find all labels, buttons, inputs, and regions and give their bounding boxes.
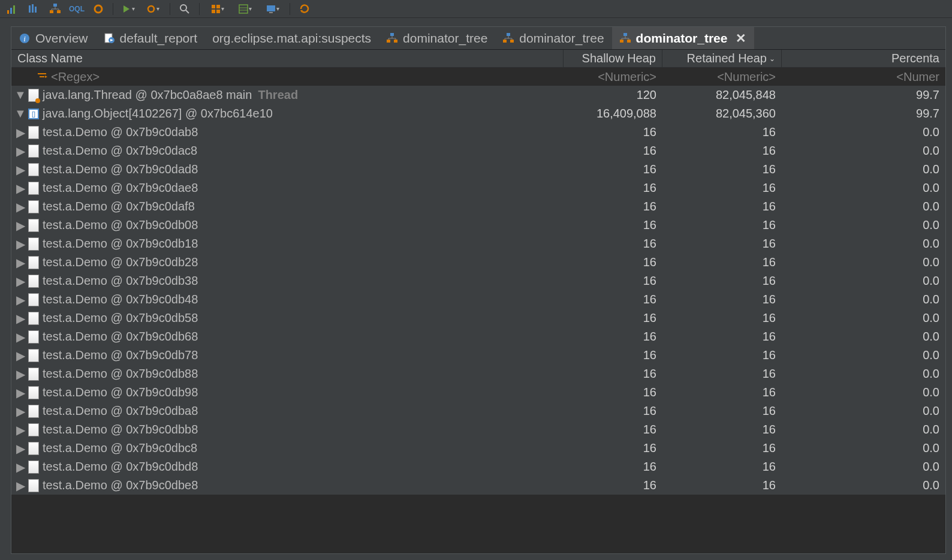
expander-icon[interactable]: ▶ xyxy=(16,426,25,434)
array-icon: [] xyxy=(28,109,39,119)
tab-org-eclipse-mat-api-suspects[interactable]: org.eclipse.mat.api:suspects xyxy=(205,27,379,49)
table-row[interactable]: ▶test.a.Demo @ 0x7b9c0dad816160.0 xyxy=(11,160,945,179)
row-percent: 99.7 xyxy=(782,107,945,121)
column-class-name[interactable]: Class Name xyxy=(11,50,564,67)
column-retained-heap[interactable]: Retained Heap⌄ xyxy=(662,50,782,67)
row-shallow: 16 xyxy=(564,125,662,139)
column-percentage[interactable]: Percenta xyxy=(782,50,945,67)
svg-marker-15 xyxy=(123,5,129,13)
filter-percent[interactable]: <Numer xyxy=(782,68,945,86)
row-name: test.a.Demo @ 0x7b9c0dab8 xyxy=(43,125,198,139)
expander-icon[interactable]: ▶ xyxy=(16,221,25,230)
row-name: test.a.Demo @ 0x7b9c0db78 xyxy=(43,348,198,362)
row-shallow: 16 xyxy=(564,218,662,232)
table-row[interactable]: ▶test.a.Demo @ 0x7b9c0dac816160.0 xyxy=(11,141,945,160)
toolbar-refresh-icon[interactable] xyxy=(297,2,312,16)
svg-rect-8 xyxy=(57,10,61,13)
row-percent: 0.0 xyxy=(782,200,945,213)
expander-icon[interactable]: ▶ xyxy=(16,389,25,397)
expander-icon[interactable]: ▶ xyxy=(16,351,25,360)
filter-shallow[interactable]: <Numeric> xyxy=(564,68,662,86)
column-shallow-heap[interactable]: Shallow Heap xyxy=(564,50,662,67)
table-row[interactable]: ▶test.a.Demo @ 0x7b9c0dbc816160.0 xyxy=(11,439,945,457)
toolbar-gear-icon[interactable] xyxy=(91,2,106,16)
tab-bar: iOverviewdefault_reportorg.eclipse.mat.a… xyxy=(11,27,945,50)
table-row[interactable]: ▶test.a.Demo @ 0x7b9c0db1816160.0 xyxy=(11,234,945,253)
toolbar-run-icon[interactable]: ▾ xyxy=(120,2,135,16)
row-name: test.a.Demo @ 0x7b9c0dad8 xyxy=(43,162,198,176)
row-name: test.a.Demo @ 0x7b9c0db08 xyxy=(43,218,198,232)
svg-rect-0 xyxy=(7,10,9,14)
table-row[interactable]: ▶test.a.Demo @ 0x7b9c0db2816160.0 xyxy=(11,253,945,272)
table-row[interactable]: ▶test.a.Demo @ 0x7b9c0dae816160.0 xyxy=(11,179,945,197)
filter-retained[interactable]: <Numeric> xyxy=(662,68,782,86)
toolbar-rungear-icon[interactable]: ▾ xyxy=(142,2,162,16)
expander-icon[interactable]: ▼ xyxy=(16,110,25,118)
expander-icon[interactable]: ▶ xyxy=(16,296,25,304)
toolbar-chart-icon[interactable] xyxy=(5,2,19,16)
toolbar-bars-icon[interactable] xyxy=(26,2,41,16)
table-row[interactable]: ▼java.lang.Thread @ 0x7bc0a8ae8 mainThre… xyxy=(11,86,945,104)
tab-default-report[interactable]: default_report xyxy=(96,27,206,49)
row-percent: 0.0 xyxy=(782,441,945,455)
toolbar-table-icon[interactable]: ▾ xyxy=(234,2,255,16)
toolbar-grid-icon[interactable]: ▾ xyxy=(207,2,227,16)
table-row[interactable]: ▶test.a.Demo @ 0x7b9c0dbb816160.0 xyxy=(11,420,945,439)
row-retained: 16 xyxy=(662,404,782,418)
expander-icon[interactable]: ▶ xyxy=(16,184,25,192)
expander-icon[interactable]: ▶ xyxy=(16,444,25,453)
row-percent: 0.0 xyxy=(782,404,945,418)
table-row[interactable]: ▶test.a.Demo @ 0x7b9c0db7816160.0 xyxy=(11,346,945,365)
tab-dominator-tree[interactable]: dominator_tree xyxy=(495,27,611,49)
tab-overview[interactable]: iOverview xyxy=(11,27,96,49)
expander-icon[interactable]: ▶ xyxy=(16,203,25,211)
expander-icon[interactable]: ▶ xyxy=(16,463,25,471)
table-row[interactable]: ▶test.a.Demo @ 0x7b9c0dba816160.0 xyxy=(11,402,945,420)
table-row[interactable]: ▶test.a.Demo @ 0x7b9c0db4816160.0 xyxy=(11,290,945,309)
table-row[interactable]: ▼[]java.lang.Object[4102267] @ 0x7bc614e… xyxy=(11,104,945,123)
table-row[interactable]: ▶test.a.Demo @ 0x7b9c0db5816160.0 xyxy=(11,309,945,327)
row-retained: 16 xyxy=(662,330,782,344)
row-retained: 16 xyxy=(662,293,782,306)
svg-rect-50 xyxy=(627,40,631,43)
svg-point-17 xyxy=(180,5,186,11)
class-file-icon xyxy=(28,442,39,455)
table-row[interactable]: ▶test.a.Demo @ 0x7b9c0db3816160.0 xyxy=(11,272,945,290)
toolbar-oql-icon[interactable]: OQL xyxy=(70,2,84,16)
filter-regex[interactable]: <Regex> xyxy=(51,70,100,84)
table-row[interactable]: ▶test.a.Demo @ 0x7b9c0dbd816160.0 xyxy=(11,457,945,476)
expander-icon[interactable]: ▶ xyxy=(16,165,25,174)
expander-icon[interactable]: ▶ xyxy=(16,128,25,137)
class-file-icon xyxy=(28,275,39,288)
toolbar-search-icon[interactable] xyxy=(177,2,192,16)
svg-rect-48 xyxy=(623,33,627,36)
expander-icon[interactable]: ▶ xyxy=(16,258,25,267)
expander-icon[interactable]: ▶ xyxy=(16,481,25,490)
expander-icon[interactable]: ▶ xyxy=(16,314,25,323)
table-row[interactable]: ▶test.a.Demo @ 0x7b9c0db0816160.0 xyxy=(11,216,945,234)
table-row[interactable]: ▶test.a.Demo @ 0x7b9c0daf816160.0 xyxy=(11,197,945,216)
table-row[interactable]: ▶test.a.Demo @ 0x7b9c0dab816160.0 xyxy=(11,123,945,141)
table-row[interactable]: ▶test.a.Demo @ 0x7b9c0db8816160.0 xyxy=(11,365,945,383)
expander-icon[interactable]: ▶ xyxy=(16,370,25,378)
expander-icon[interactable]: ▼ xyxy=(16,91,25,100)
table-row[interactable]: ▶test.a.Demo @ 0x7b9c0dbe816160.0 xyxy=(11,476,945,495)
svg-rect-35 xyxy=(387,40,390,43)
class-file-icon xyxy=(28,293,39,306)
expander-icon[interactable]: ▶ xyxy=(16,407,25,416)
table-row[interactable]: ▶test.a.Demo @ 0x7b9c0db6816160.0 xyxy=(11,327,945,346)
row-retained: 16 xyxy=(662,125,782,139)
row-shallow: 16 xyxy=(564,255,662,269)
tab-dominator-tree[interactable]: dominator_tree xyxy=(379,27,495,49)
expander-icon[interactable]: ▶ xyxy=(16,277,25,285)
close-icon[interactable]: ✕ xyxy=(736,31,746,46)
toolbar-tree-icon[interactable] xyxy=(48,2,62,16)
expander-icon[interactable]: ▶ xyxy=(16,240,25,248)
tab-dominator-tree[interactable]: dominator_tree✕ xyxy=(612,27,755,49)
svg-rect-2 xyxy=(13,5,15,14)
row-retained: 82,045,360 xyxy=(662,107,782,121)
toolbar-screen-icon[interactable]: ▾ xyxy=(262,2,282,16)
expander-icon[interactable]: ▶ xyxy=(16,333,25,341)
table-row[interactable]: ▶test.a.Demo @ 0x7b9c0db9816160.0 xyxy=(11,383,945,402)
expander-icon[interactable]: ▶ xyxy=(16,147,25,155)
